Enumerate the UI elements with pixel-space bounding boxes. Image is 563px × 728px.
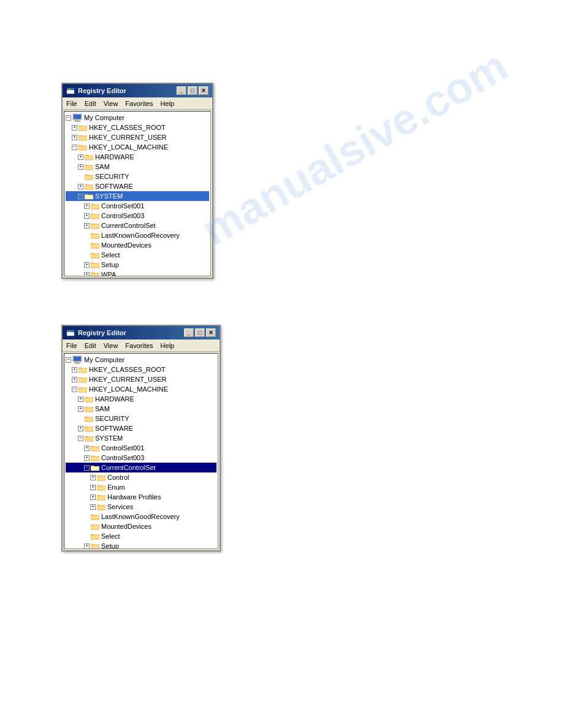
svg-rect-24 <box>91 273 99 276</box>
expand-enum-2[interactable]: + <box>90 485 96 490</box>
svg-point-4 <box>71 89 72 90</box>
expand-cs001-2[interactable]: + <box>84 446 90 451</box>
expand-hkcr-1[interactable]: + <box>72 125 77 131</box>
expand-cs003-2[interactable]: + <box>84 455 90 461</box>
node-hkcu-1[interactable]: + HKEY_CURRENT_USER <box>66 132 209 142</box>
node-enum-2[interactable]: + Enum <box>66 482 216 492</box>
node-setup-1[interactable]: + Setup <box>66 260 209 270</box>
svg-rect-54 <box>91 545 99 549</box>
svg-rect-8 <box>74 121 80 122</box>
node-cs003-1[interactable]: + ControlSet003 <box>66 211 209 221</box>
expand-setup-1[interactable]: + <box>84 262 90 268</box>
menu-bar-1: File Edit View Favorites Help <box>63 97 212 110</box>
expand-hkcu-1[interactable]: + <box>72 135 77 140</box>
expand-ccs-1[interactable]: + <box>84 223 90 229</box>
expand-svc-2[interactable]: + <box>90 504 96 510</box>
node-hwp-2[interactable]: + Hardware Profiles <box>66 492 216 502</box>
svg-rect-41 <box>85 417 93 422</box>
expand-root-1[interactable]: − <box>66 115 71 121</box>
expand-cs001-1[interactable]: + <box>84 203 90 209</box>
expand-sam-1[interactable]: + <box>78 164 83 170</box>
expand-hwp-2[interactable]: + <box>90 495 96 500</box>
expand-sys-1[interactable]: − <box>78 194 83 199</box>
tree-area-1[interactable]: − My Computer + HKEY_CLASSES_ROOT + <box>64 111 211 276</box>
node-cs001-2[interactable]: + ControlSet001 <box>66 443 216 453</box>
menu-favorites-2[interactable]: Favorites <box>121 341 156 350</box>
label-cs003-2: ControlSet003 <box>101 454 144 461</box>
node-sys-1[interactable]: − SYSTEM <box>66 191 209 201</box>
menu-favorites-1[interactable]: Favorites <box>121 99 156 108</box>
expand-ccs-2[interactable]: − <box>84 465 90 471</box>
minimize-btn-1[interactable]: _ <box>177 86 186 95</box>
node-control-2[interactable]: + Control <box>66 472 216 482</box>
expand-hw-2[interactable]: + <box>78 396 83 402</box>
expand-hw-1[interactable]: + <box>78 154 83 160</box>
minimize-btn-2[interactable]: _ <box>184 328 194 337</box>
expand-setup-2[interactable]: + <box>84 544 90 549</box>
node-sys-2[interactable]: − SYSTEM <box>66 433 216 443</box>
node-hw-2[interactable]: + HARDWARE <box>66 394 216 404</box>
node-hkcr-1[interactable]: + HKEY_CLASSES_ROOT <box>66 123 209 132</box>
node-sec-1[interactable]: SECURITY <box>66 172 209 181</box>
svg-rect-51 <box>91 515 99 520</box>
svg-rect-20 <box>91 234 99 238</box>
node-sam-2[interactable]: + SAM <box>66 404 216 414</box>
node-hklm-2[interactable]: − HKEY_LOCAL_MACHINE <box>66 384 216 394</box>
node-hkcr-2[interactable]: + HKEY_CLASSES_ROOT <box>66 365 216 374</box>
node-ccs-2[interactable]: − CurrentControlSet <box>66 463 216 472</box>
menu-view-1[interactable]: View <box>100 99 122 108</box>
tree-root-1[interactable]: − My Computer <box>66 113 209 123</box>
node-hkcu-2[interactable]: + HKEY_CURRENT_USER <box>66 374 216 384</box>
node-sam-1[interactable]: + SAM <box>66 162 209 172</box>
menu-help-1[interactable]: Help <box>157 99 178 108</box>
svg-rect-7 <box>75 119 79 121</box>
title-controls-2: _ □ ✕ <box>184 328 216 337</box>
node-sw-2[interactable]: + SOFTWARE <box>66 423 216 433</box>
expand-hklm-1[interactable]: − <box>72 145 77 150</box>
expand-sw-1[interactable]: + <box>78 184 83 189</box>
node-select-2[interactable]: Select <box>66 531 216 541</box>
tree-root-2[interactable]: − My Computer <box>66 355 216 365</box>
svg-rect-40 <box>85 408 93 412</box>
node-sec-2[interactable]: SECURITY <box>66 414 216 423</box>
folder-ccs-2 <box>91 464 99 471</box>
expand-wpa-1[interactable]: + <box>84 272 90 277</box>
svg-rect-6 <box>74 115 81 119</box>
node-sw-1[interactable]: + SOFTWARE <box>66 181 209 191</box>
menu-file-1[interactable]: File <box>63 99 81 108</box>
node-cs001-1[interactable]: + ControlSet001 <box>66 201 209 211</box>
menu-file-2[interactable]: File <box>63 341 81 350</box>
node-mdev-1[interactable]: MountedDevices <box>66 240 209 250</box>
svg-rect-23 <box>91 264 99 268</box>
node-lkgr-2[interactable]: LastKnownGoodRecovery <box>66 512 216 521</box>
node-mdev-2[interactable]: MountedDevices <box>66 521 216 531</box>
menu-help-2[interactable]: Help <box>157 341 178 350</box>
node-svc-2[interactable]: + Services <box>66 502 216 512</box>
expand-sys-2[interactable]: − <box>78 436 83 441</box>
expand-hklm-2[interactable]: − <box>72 387 77 392</box>
expand-cs003-1[interactable]: + <box>84 213 90 219</box>
expand-control-2[interactable]: + <box>90 475 96 480</box>
expand-hkcu-2[interactable]: + <box>72 377 77 382</box>
tree-area-2[interactable]: − My Computer + HKEY_CLASSES_ROOT + <box>64 353 218 549</box>
node-hklm-1[interactable]: − HKEY_LOCAL_MACHINE <box>66 142 209 152</box>
expand-root-2[interactable]: − <box>66 357 71 363</box>
node-wpa-1[interactable]: + WPA <box>66 270 209 276</box>
maximize-btn-2[interactable]: □ <box>195 328 205 337</box>
menu-edit-2[interactable]: Edit <box>81 341 100 350</box>
node-ccs-1[interactable]: + CurrentControlSet <box>66 221 209 230</box>
node-select-1[interactable]: Select <box>66 250 209 260</box>
menu-edit-1[interactable]: Edit <box>81 99 100 108</box>
close-btn-2[interactable]: ✕ <box>206 328 216 337</box>
node-hw-1[interactable]: + HARDWARE <box>66 152 209 162</box>
node-lkgr-1[interactable]: LastKnownGoodRecovery <box>66 230 209 240</box>
menu-view-2[interactable]: View <box>100 341 122 350</box>
expand-sam-2[interactable]: + <box>78 406 83 412</box>
expand-hkcr-2[interactable]: + <box>72 367 77 373</box>
close-btn-1[interactable]: ✕ <box>199 86 209 95</box>
folder-hkcr-2 <box>79 366 87 373</box>
node-setup-2[interactable]: + Setup <box>66 541 216 549</box>
expand-sw-2[interactable]: + <box>78 426 83 431</box>
maximize-btn-1[interactable]: □ <box>188 86 197 95</box>
node-cs003-2[interactable]: + ControlSet003 <box>66 453 216 463</box>
